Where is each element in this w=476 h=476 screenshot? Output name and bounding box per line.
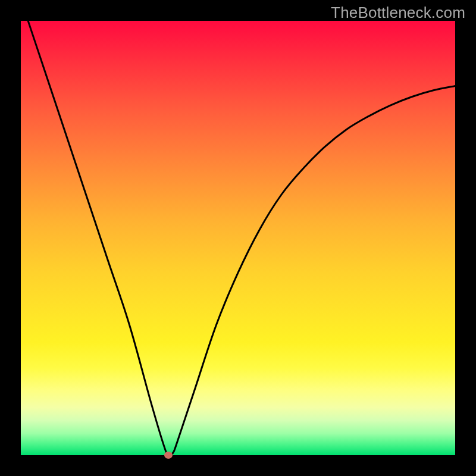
minimum-marker — [164, 452, 173, 459]
curve-svg — [21, 21, 455, 455]
watermark-text: TheBottleneck.com — [331, 4, 465, 22]
bottleneck-curve-path — [21, 0, 455, 456]
chart-frame: TheBottleneck.com — [0, 0, 476, 476]
plot-area — [21, 21, 455, 455]
